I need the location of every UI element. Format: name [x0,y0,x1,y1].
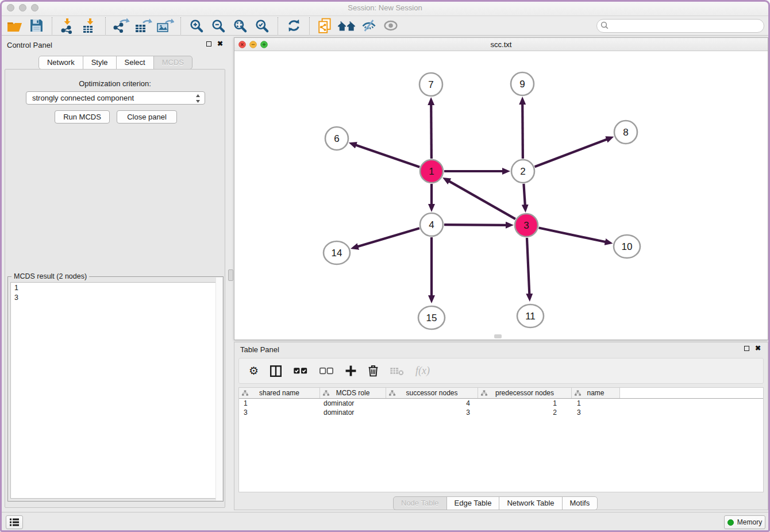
node-11[interactable]: 11 [517,304,544,327]
fx-icon: f(x) [415,365,430,377]
node-8[interactable]: 8 [614,121,637,144]
edge-3-11[interactable] [527,238,529,295]
open-session-button[interactable] [3,17,25,34]
table-cell[interactable]: 3 [239,408,320,417]
function-builder-button-disabled: f(x) [415,365,430,377]
node-7[interactable]: 7 [419,73,442,96]
split-view-button[interactable] [270,365,282,377]
node-9[interactable]: 9 [511,72,534,95]
edge-2-9[interactable] [522,103,523,159]
zoom-in-button[interactable] [186,17,207,34]
tab-network[interactable]: Network [38,56,83,70]
memory-button[interactable]: Memory [724,515,765,529]
column-header-MCDS-role[interactable]: MCDS role [320,388,386,398]
zoom-fit-button[interactable] [229,17,251,34]
table-toolbar: ⚙ [238,358,764,384]
main-toolbar [0,16,770,36]
select-stepper-icon [195,94,201,103]
node-4[interactable]: 4 [420,213,443,236]
export-image-button[interactable] [154,17,176,34]
import-network-button[interactable] [57,17,79,34]
table-cell[interactable]: 1 [478,399,572,408]
tab-style[interactable]: Style [83,56,117,70]
edge-1-7[interactable] [431,103,432,159]
edge-1-6[interactable] [355,145,419,167]
node-6[interactable]: 6 [325,127,348,150]
mcds-tab-content: Optimization criterion: strongly connect… [5,69,225,508]
save-disk-icon [29,18,44,33]
export-network-button[interactable] [110,17,132,34]
run-mcds-button[interactable]: Run MCDS [55,110,110,124]
export-table-button[interactable] [132,17,154,34]
search-box [596,19,764,33]
close-table-panel-icon[interactable]: ✖ [755,346,761,351]
node-10[interactable]: 10 [614,235,640,258]
node-2[interactable]: 2 [511,160,534,183]
table-cell[interactable]: 1 [239,399,320,408]
homes-button[interactable] [336,17,358,34]
node-1[interactable]: 1 [420,160,443,183]
column-header-name[interactable]: name [572,388,620,398]
clone-network-button[interactable] [314,17,336,34]
edge-2-8[interactable] [535,139,609,167]
window-resize-grip[interactable] [494,334,502,338]
network-graph[interactable]: 1234678910111415 [234,51,768,340]
table-cell[interactable]: 2 [478,408,572,417]
table-cell[interactable]: dominator [320,399,386,408]
sort-icon [389,390,395,396]
plus-icon [345,365,357,377]
panel-divider-grip[interactable] [228,269,233,281]
delete-table-button-disabled [390,366,405,376]
save-session-button[interactable] [25,17,47,34]
table-tab-node-table[interactable]: Node Table [393,496,447,510]
zoom-selected-button[interactable] [251,17,273,34]
zoom-out-button[interactable] [207,17,229,34]
toolbar-separator [278,17,278,34]
table-cell[interactable]: 4 [386,399,478,408]
table-row[interactable]: 1dominator411 [239,399,763,408]
edge-3-10[interactable] [539,228,607,242]
select-all-button[interactable] [293,366,308,376]
result-scrollbar[interactable] [215,277,222,500]
float-panel-icon[interactable] [206,41,211,47]
table-mode-button[interactable]: ⚙ [249,364,259,377]
table-tab-network-table[interactable]: Network Table [499,496,562,510]
node-3[interactable]: 3 [515,214,538,237]
refresh-layout-button[interactable] [283,17,305,34]
edge-4-14[interactable] [357,228,419,246]
deselect-all-button[interactable] [319,366,334,376]
node-14[interactable]: 14 [324,241,350,264]
show-all-button[interactable] [380,17,402,34]
edge-4-3[interactable] [444,225,507,225]
node-15[interactable]: 15 [418,306,445,329]
edge-3-1[interactable] [448,180,515,219]
mcds-result-text[interactable]: 1 3 [10,282,221,499]
table-header-row: shared nameMCDS rolesuccessor nodesprede… [239,388,763,399]
table-tab-edge-table[interactable]: Edge Table [446,496,500,510]
table-cell[interactable]: dominator [320,408,386,417]
import-table-button[interactable] [79,17,101,34]
column-header-shared-name[interactable]: shared name [239,388,320,398]
search-input[interactable] [596,19,764,33]
close-panel-button[interactable]: Close panel [117,110,177,124]
table-tab-motifs[interactable]: Motifs [562,496,598,510]
float-table-panel-icon[interactable] [744,346,749,351]
close-panel-icon[interactable]: ✖ [217,41,223,47]
node-table: shared nameMCDS rolesuccessor nodesprede… [238,387,764,492]
delete-columns-button[interactable] [368,365,379,377]
column-header-predecessor-nodes[interactable]: predecessor nodes [478,388,572,398]
create-column-button[interactable] [345,365,357,377]
optimization-criterion-select[interactable]: strongly connected component [26,91,205,105]
network-window-titlebar[interactable]: scc.txt [234,38,768,51]
svg-text:7: 7 [428,79,433,90]
column-header-successor-nodes[interactable]: successor nodes [386,388,478,398]
hide-selected-button[interactable] [358,17,380,34]
table-row[interactable]: 3dominator323 [239,408,763,417]
table-cell[interactable]: 1 [572,399,620,408]
table-cell[interactable]: 3 [386,408,478,417]
edge-2-3[interactable] [523,184,525,206]
tab-mcds[interactable]: MCDS [153,56,192,70]
task-history-button[interactable] [6,515,23,529]
tab-select[interactable]: Select [116,56,154,70]
table-cell[interactable]: 3 [572,408,620,417]
